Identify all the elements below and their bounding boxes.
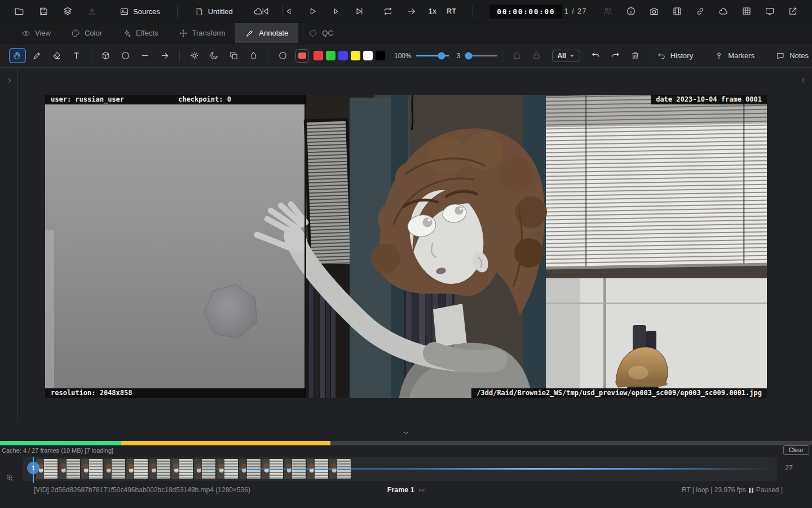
color-swatch[interactable] bbox=[351, 51, 360, 60]
step-back-icon[interactable] bbox=[282, 5, 295, 18]
monitor-icon[interactable] bbox=[763, 5, 776, 18]
line-tool[interactable] bbox=[137, 48, 154, 63]
frame-format-toggle[interactable]: F# bbox=[419, 488, 425, 493]
frame-counter: 1 / 27 bbox=[564, 7, 587, 15]
playhead-knob[interactable]: 1 bbox=[27, 462, 39, 474]
media-info: [VID] 2d56d82687b78171f50c496bab002bc18d… bbox=[34, 486, 250, 494]
brush-size-slider[interactable] bbox=[465, 55, 497, 56]
pin-icon bbox=[714, 51, 723, 60]
color-swatch[interactable] bbox=[363, 51, 373, 60]
markers-button[interactable]: Markers bbox=[714, 51, 754, 60]
tab-effects[interactable]: Effects bbox=[112, 23, 169, 43]
undo-icon[interactable] bbox=[587, 48, 604, 63]
color-swatch[interactable] bbox=[338, 51, 348, 60]
color-swatch[interactable] bbox=[314, 51, 323, 60]
arrow-right-tool[interactable] bbox=[157, 48, 174, 63]
speed-button[interactable]: 1x bbox=[429, 7, 436, 15]
notes-button[interactable]: Notes bbox=[776, 51, 809, 60]
pencil-tool[interactable] bbox=[29, 48, 46, 63]
file-icon-group bbox=[12, 5, 99, 18]
droplet-tool[interactable] bbox=[245, 48, 262, 63]
sources-button[interactable]: Sources bbox=[120, 7, 160, 16]
step-forward-icon[interactable] bbox=[329, 5, 343, 18]
tab-label: Transform bbox=[192, 29, 226, 37]
timeline-thumbnail[interactable] bbox=[81, 459, 103, 479]
history-button[interactable]: History bbox=[657, 51, 693, 60]
ghost-icon[interactable] bbox=[509, 48, 526, 63]
right-panel-toggle[interactable] bbox=[797, 75, 809, 86]
play-direction-icon[interactable] bbox=[405, 5, 418, 18]
color-palette bbox=[312, 51, 386, 60]
history-label: History bbox=[670, 51, 693, 60]
annotation-filter-select[interactable]: All bbox=[552, 50, 580, 62]
cube-tool[interactable] bbox=[98, 48, 114, 63]
tab-qc[interactable]: QC bbox=[298, 23, 343, 43]
untitled-document-button[interactable]: Untitled bbox=[195, 7, 233, 16]
divider bbox=[179, 50, 180, 62]
opacity-slider[interactable] bbox=[416, 55, 449, 56]
info-icon[interactable] bbox=[624, 5, 638, 18]
film-icon[interactable] bbox=[670, 5, 684, 18]
play-icon[interactable] bbox=[306, 5, 319, 18]
tab-label: Annotate bbox=[259, 29, 288, 37]
left-panel-toggle[interactable] bbox=[3, 75, 15, 86]
sun-tool[interactable] bbox=[186, 48, 203, 63]
color-swatch[interactable] bbox=[376, 51, 385, 60]
timeline-collapse-button[interactable] bbox=[399, 427, 413, 439]
external-icon[interactable] bbox=[786, 5, 800, 18]
lock-icon[interactable] bbox=[528, 48, 545, 63]
tab-annotate[interactable]: Annotate bbox=[235, 23, 298, 43]
timeline-thumbnail[interactable] bbox=[59, 459, 80, 479]
history-icon bbox=[657, 51, 666, 60]
right-icon-group bbox=[601, 5, 800, 18]
timeline-zoom-icon[interactable] bbox=[6, 474, 15, 483]
moon-tool[interactable] bbox=[206, 48, 223, 63]
image-icon bbox=[120, 7, 129, 16]
download-icon[interactable] bbox=[85, 5, 99, 18]
redo-icon[interactable] bbox=[607, 48, 624, 63]
divider bbox=[473, 5, 473, 17]
divider bbox=[177, 5, 178, 17]
folder-icon[interactable] bbox=[12, 5, 26, 18]
tab-label: QC bbox=[322, 29, 333, 37]
current-color-swatch[interactable] bbox=[295, 49, 309, 63]
realtime-button[interactable]: RT bbox=[447, 7, 456, 15]
frame-label: Frame 1 bbox=[387, 486, 414, 494]
cache-loading-segment bbox=[121, 441, 330, 445]
cache-status-text: Cache: 4 / 27 frames (10 MB) [7 loading] bbox=[2, 447, 113, 454]
cloud-icon[interactable] bbox=[717, 5, 730, 18]
link-icon[interactable] bbox=[694, 5, 707, 18]
mode-tabbar: ViewColorEffectsTransformAnnotateQC bbox=[0, 23, 812, 43]
grid-icon[interactable] bbox=[740, 5, 753, 18]
camera-icon[interactable] bbox=[647, 5, 661, 18]
text-tool[interactable] bbox=[68, 48, 85, 63]
pencil-icon bbox=[245, 29, 254, 38]
circle-tool[interactable] bbox=[117, 48, 134, 63]
layers-icon[interactable] bbox=[61, 5, 74, 18]
color-swatch[interactable] bbox=[326, 51, 336, 60]
sparkles-icon bbox=[122, 29, 131, 38]
color-ring-tool[interactable] bbox=[275, 48, 292, 63]
trash-icon[interactable] bbox=[626, 48, 643, 63]
eraser-tool[interactable] bbox=[48, 48, 65, 63]
skip-start-icon[interactable] bbox=[258, 5, 272, 18]
overlay-top: user: russian_user checkpoint: 0 date 20… bbox=[45, 95, 767, 104]
tab-color[interactable]: Color bbox=[61, 23, 112, 43]
cache-status-row: Cache: 4 / 27 frames (10 MB) [7 loading] bbox=[0, 445, 812, 456]
skip-end-icon[interactable] bbox=[353, 5, 367, 18]
timeline-thumbnail[interactable] bbox=[104, 459, 125, 479]
tab-transform[interactable]: Transform bbox=[169, 23, 236, 43]
tab-view[interactable]: View bbox=[11, 23, 61, 43]
cache-clear-button[interactable]: Clear bbox=[783, 445, 809, 455]
save-icon[interactable] bbox=[37, 5, 50, 18]
divider bbox=[655, 50, 655, 62]
hand-tool[interactable] bbox=[9, 48, 26, 63]
top-toolbar: Sources Untitled 1x RT 00:00:00:00 1 / 2… bbox=[0, 0, 812, 23]
people-icon[interactable] bbox=[601, 5, 615, 18]
loop-icon[interactable] bbox=[381, 5, 395, 18]
timecode-display: 00:00:00:00 bbox=[489, 5, 562, 19]
viewer-frame[interactable]: user: russian_user checkpoint: 0 date 20… bbox=[45, 95, 767, 398]
copy-tool[interactable] bbox=[226, 48, 242, 63]
playback-info: RT | loop | 23.976 fps bbox=[682, 486, 746, 494]
timeline-track[interactable] bbox=[23, 457, 777, 481]
